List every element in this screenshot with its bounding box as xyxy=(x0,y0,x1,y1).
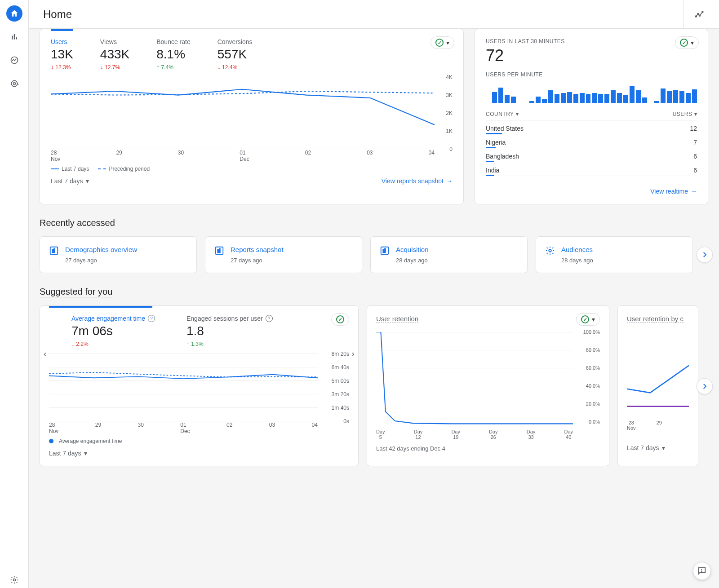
svg-point-3 xyxy=(13,579,15,581)
svg-point-5 xyxy=(697,13,699,14)
arrow-down-icon: ↓ xyxy=(51,63,54,71)
recent-card[interactable]: Demographics overview27 days ago xyxy=(40,236,197,273)
retention-range-note: Last 42 days ending Dec 4 xyxy=(376,445,445,452)
recent-list: Demographics overview27 days agoReports … xyxy=(40,236,708,273)
metric-views[interactable]: Views 433K ↓ 12.7% xyxy=(100,38,129,71)
page-title: Home xyxy=(43,8,72,21)
chart-icon xyxy=(380,246,390,264)
overview-chart: 4K3K2K1K0 28 Nov293001 Dec020304 xyxy=(51,77,453,162)
nav-advertising-icon[interactable] xyxy=(6,75,22,92)
arrow-down-icon: ↓ xyxy=(71,340,75,347)
nav-admin-icon[interactable] xyxy=(6,572,22,588)
nav-explore-icon[interactable] xyxy=(6,52,22,68)
metric-users[interactable]: Users 13K ↓ 12.3% xyxy=(51,38,73,71)
realtime-card: ✓▾ USERS IN LAST 30 MINUTES 72 USERS PER… xyxy=(475,29,708,204)
svg-point-2 xyxy=(13,83,15,85)
svg-point-1 xyxy=(11,80,17,86)
chart-icon xyxy=(49,246,59,264)
chevron-down-icon: ▾ xyxy=(84,450,87,457)
prev-metric-button[interactable]: ‹ xyxy=(44,349,47,359)
legend-solid-icon xyxy=(51,168,59,169)
suggested-next-button[interactable] xyxy=(697,378,713,394)
table-row[interactable]: United States12 xyxy=(486,120,697,134)
arrow-right-icon: → xyxy=(691,188,697,195)
side-nav xyxy=(0,0,29,588)
chevron-down-icon: ▾ xyxy=(592,316,595,323)
table-row[interactable]: Bangladesh6 xyxy=(486,148,697,162)
arrow-right-icon: → xyxy=(446,177,453,185)
country-header[interactable]: COUNTRY ▾ xyxy=(486,111,519,117)
date-range-dropdown[interactable]: Last 7 days ▾ xyxy=(627,444,665,451)
nav-reports-icon[interactable] xyxy=(6,29,22,45)
legend-dot-icon xyxy=(49,439,53,443)
status-badge[interactable]: ✓▾ xyxy=(675,36,699,49)
recent-card[interactable]: Acquisition28 days ago xyxy=(370,236,528,273)
view-realtime-link[interactable]: View realtime → xyxy=(650,188,697,195)
recent-next-button[interactable] xyxy=(697,247,713,263)
check-icon: ✓ xyxy=(680,39,688,47)
users-header[interactable]: USERS ▾ xyxy=(673,111,697,117)
status-badge[interactable]: ✓ xyxy=(331,313,349,326)
metric-conversions[interactable]: Conversions 557K ↓ 12.4% xyxy=(217,38,253,71)
table-row[interactable]: Nigeria7 xyxy=(486,134,697,148)
check-icon: ✓ xyxy=(336,315,344,323)
retention-chart: 100.0%80.0%60.0%40.0%20.0%0.0% Day 5Day … xyxy=(376,332,600,440)
retention-cohort-chart: 28 Nov29 xyxy=(627,350,689,431)
section-suggested: Suggested for you xyxy=(40,287,112,297)
status-badge[interactable]: ✓▾ xyxy=(576,313,600,326)
help-icon[interactable]: ? xyxy=(266,315,273,322)
overview-card: ✓▾ Users 13K ↓ 12.3% Views 433K ↓ 12.7% xyxy=(40,29,464,204)
realtime-title: USERS IN LAST 30 MINUTES xyxy=(486,38,697,44)
section-recent: Recently accessed xyxy=(40,218,708,228)
svg-point-4 xyxy=(695,16,697,17)
recent-card[interactable]: Reports snapshot27 days ago xyxy=(205,236,362,273)
svg-point-14 xyxy=(701,571,702,572)
legend-dash-icon xyxy=(98,168,106,169)
svg-point-11 xyxy=(549,249,551,252)
arrow-up-icon: ↑ xyxy=(186,340,190,347)
gear-icon xyxy=(545,246,555,264)
next-metric-button[interactable]: › xyxy=(351,349,355,359)
per-minute-chart xyxy=(486,81,697,103)
retention-card: ✓▾ User retention 100.0%80.0%60.0%40.0%2… xyxy=(367,305,609,466)
nav-home-icon[interactable] xyxy=(6,5,22,22)
arrow-down-icon: ↓ xyxy=(217,63,221,71)
check-icon: ✓ xyxy=(435,39,444,47)
page-header: Home xyxy=(29,0,719,29)
metric-avg-engagement[interactable]: Average engagement time? 7m 06s ↓ 2.2% xyxy=(71,315,155,347)
status-badge[interactable]: ✓▾ xyxy=(431,36,454,49)
chart-icon xyxy=(214,246,224,264)
help-icon[interactable]: ? xyxy=(148,315,155,322)
arrow-up-icon: ↑ xyxy=(156,63,160,71)
chevron-down-icon: ▾ xyxy=(662,444,665,451)
engagement-card: ✓ ‹ › Average engagement time? 7m 06s ↓ … xyxy=(40,305,359,466)
feedback-button[interactable] xyxy=(693,562,711,580)
svg-point-6 xyxy=(699,15,701,16)
chart-legend: Last 7 days Preceding period xyxy=(51,166,453,172)
retention-cohort-card: User retention by c 28 Nov29 Last 7 days… xyxy=(617,305,698,466)
table-row[interactable]: India6 xyxy=(486,162,697,176)
metric-engaged-sessions[interactable]: Engaged sessions per user? 1.8 ↑ 1.3% xyxy=(186,315,273,347)
svg-point-7 xyxy=(702,11,703,13)
check-icon: ✓ xyxy=(581,315,589,323)
chevron-down-icon: ▾ xyxy=(691,39,694,46)
view-reports-link[interactable]: View reports snapshot → xyxy=(382,177,453,185)
engagement-chart: 8m 20s6m 40s5m 00s3m 20s1m 40s0s 28 Nov2… xyxy=(49,354,349,434)
insights-icon[interactable] xyxy=(695,9,705,19)
chevron-down-icon: ▾ xyxy=(86,177,89,185)
arrow-down-icon: ↓ xyxy=(100,63,103,71)
recent-card[interactable]: Audiences28 days ago xyxy=(536,236,693,273)
realtime-value: 72 xyxy=(486,46,697,65)
date-range-dropdown[interactable]: Last 7 days ▾ xyxy=(51,177,89,185)
date-range-dropdown[interactable]: Last 7 days ▾ xyxy=(49,450,87,457)
metric-bounce[interactable]: Bounce rate 8.1% ↑ 7.4% xyxy=(156,38,191,71)
chevron-down-icon: ▾ xyxy=(446,39,449,46)
